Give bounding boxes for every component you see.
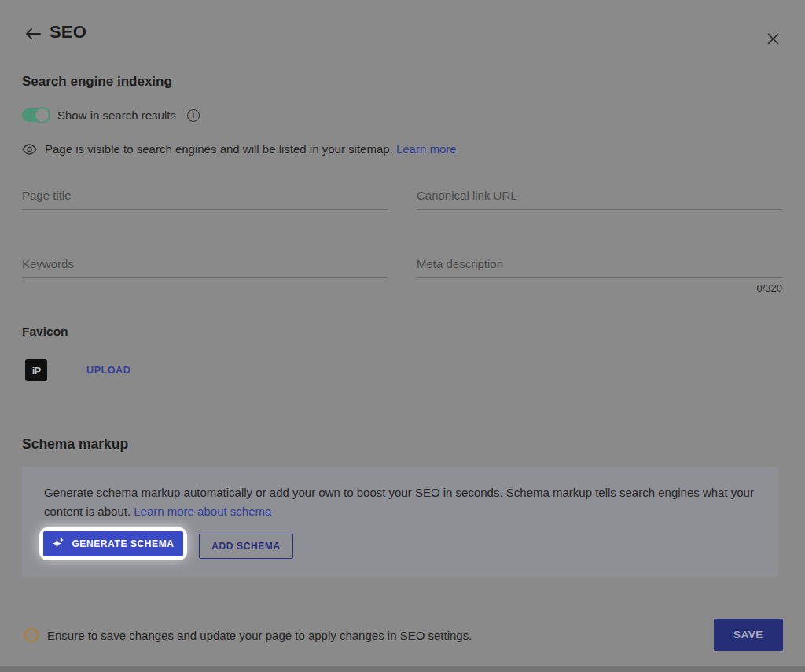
back-arrow-icon xyxy=(24,28,41,40)
schema-description: Generate schema markup automatically or … xyxy=(44,483,758,521)
sparkle-icon xyxy=(52,538,64,550)
seo-settings-dialog: SEO Search engine indexing Show in searc… xyxy=(0,0,805,666)
page-title: SEO xyxy=(50,22,86,42)
show-in-search-row: Show in search results i xyxy=(22,108,200,122)
meta-description-field xyxy=(417,257,782,278)
show-in-search-toggle[interactable] xyxy=(22,108,48,122)
visibility-note-row: Page is visible to search engines and wi… xyxy=(22,142,457,156)
toggle-knob xyxy=(34,107,50,123)
toggle-label: Show in search results xyxy=(57,108,176,122)
save-button[interactable]: SAVE xyxy=(714,619,783,651)
indexing-heading: Search engine indexing xyxy=(22,74,172,90)
keywords-input[interactable] xyxy=(22,257,388,278)
favicon-upload-button[interactable]: UPLOAD xyxy=(86,365,130,376)
spotlight-ring: GENERATE SCHEMA xyxy=(39,527,187,560)
favicon-preview: iP xyxy=(25,359,47,381)
canonical-url-input[interactable] xyxy=(417,189,782,210)
canonical-url-field xyxy=(417,189,782,210)
page-title-input[interactable] xyxy=(22,189,388,210)
warning-icon: ! xyxy=(24,628,39,642)
page-title-field xyxy=(22,189,388,210)
add-schema-button[interactable]: ADD SCHEMA xyxy=(199,534,293,559)
dialog-bottom-edge xyxy=(0,666,805,672)
favicon-heading: Favicon xyxy=(22,325,68,339)
generate-schema-button[interactable]: GENERATE SCHEMA xyxy=(43,531,183,556)
generate-schema-label: GENERATE SCHEMA xyxy=(72,538,174,549)
schema-panel: Generate schema markup automatically or … xyxy=(22,467,778,577)
keywords-field xyxy=(22,257,388,278)
learn-more-link[interactable]: Learn more xyxy=(396,142,457,156)
visibility-note: Page is visible to search engines and wi… xyxy=(45,142,457,156)
eye-icon xyxy=(22,144,37,155)
info-icon[interactable]: i xyxy=(187,109,200,122)
back-button[interactable] xyxy=(22,24,42,44)
schema-learn-more-link[interactable]: Learn more about schema xyxy=(134,505,271,518)
meta-description-input[interactable] xyxy=(417,257,782,278)
close-icon xyxy=(767,33,779,45)
close-button[interactable] xyxy=(762,28,784,50)
footer-notice: Ensure to save changes and update your p… xyxy=(47,629,472,642)
meta-description-counter: 0/320 xyxy=(417,282,782,294)
schema-heading: Schema markup xyxy=(22,436,128,453)
